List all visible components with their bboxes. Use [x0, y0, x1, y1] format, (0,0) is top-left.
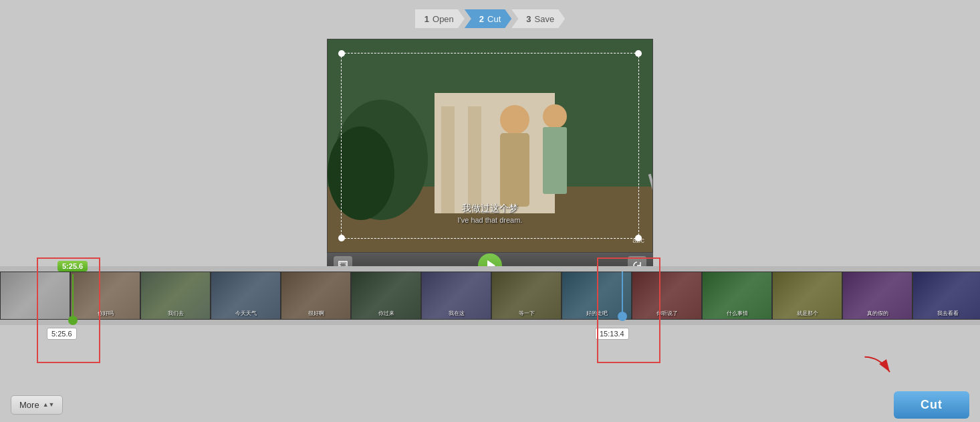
- step-save-num: 3: [526, 14, 531, 24]
- marker-right[interactable]: [618, 272, 627, 321]
- timeline-frame[interactable]: 今天天气: [211, 272, 281, 320]
- time-label-right[interactable]: 15:13.4: [595, 328, 629, 340]
- timeline-frame[interactable]: 就是那个: [772, 272, 842, 320]
- step-bar: 1 Open 2 Cut 3 Save: [0, 0, 980, 28]
- crop-handle-tl[interactable]: [338, 50, 345, 57]
- timeline-frame[interactable]: 很好啊: [281, 272, 351, 320]
- step-save-label: Save: [535, 14, 555, 24]
- step-open[interactable]: 1 Open: [415, 9, 465, 28]
- step-cut[interactable]: 2 Cut: [465, 9, 511, 28]
- arrow-indicator: [860, 351, 900, 381]
- step-save[interactable]: 3 Save: [511, 9, 565, 28]
- step-cut-num: 2: [479, 14, 484, 24]
- bottom-bar: More ▲▼ Cut: [0, 387, 980, 422]
- crop-handle-bl[interactable]: [338, 235, 345, 241]
- timeline-strip: 你好吗我们去今天天气很好啊你过来我在这等一下好的走吧你听说了什么事情就是那个真的…: [0, 272, 980, 320]
- timeline-frame[interactable]: 你听说了: [632, 272, 702, 320]
- time-label-left[interactable]: 5:25.6: [47, 328, 77, 340]
- step-open-num: 1: [424, 14, 429, 24]
- timeline-frame[interactable]: 我们去: [140, 272, 211, 320]
- crop-handle-tr[interactable]: [635, 50, 642, 57]
- more-button[interactable]: More ▲▼: [11, 395, 63, 415]
- timeline-frame[interactable]: 你过来: [351, 272, 421, 320]
- timeline-frame[interactable]: 等一下: [491, 272, 562, 320]
- timeline-frame[interactable]: 我在这: [421, 272, 491, 320]
- marker-left[interactable]: 5:25.6: [57, 261, 88, 325]
- marker-left-line: [72, 274, 74, 316]
- more-label: More: [19, 400, 39, 410]
- cut-button[interactable]: Cut: [894, 391, 969, 419]
- step-cut-label: Cut: [487, 14, 501, 24]
- chevron-down-icon: ▲▼: [43, 401, 55, 408]
- marker-right-handle[interactable]: [618, 312, 627, 321]
- crop-handle-br[interactable]: [635, 235, 642, 241]
- crop-box[interactable]: [341, 53, 639, 239]
- marker-left-handle[interactable]: [68, 316, 78, 325]
- step-open-label: Open: [433, 14, 454, 24]
- video-preview: 我做过这个梦 I've had that dream. abc: [327, 39, 653, 253]
- timeline-frame[interactable]: 什么事情: [702, 272, 772, 320]
- timeline-frame[interactable]: 真的假的: [842, 272, 912, 320]
- marker-right-line: [622, 272, 623, 312]
- timeline-frame[interactable]: 我去看看: [912, 272, 980, 320]
- cut-label: Cut: [921, 398, 943, 411]
- marker-left-bubble: 5:25.6: [57, 261, 88, 272]
- timeline-area[interactable]: 你好吗我们去今天天气很好啊你过来我在这等一下好的走吧你听说了什么事情就是那个真的…: [0, 266, 980, 325]
